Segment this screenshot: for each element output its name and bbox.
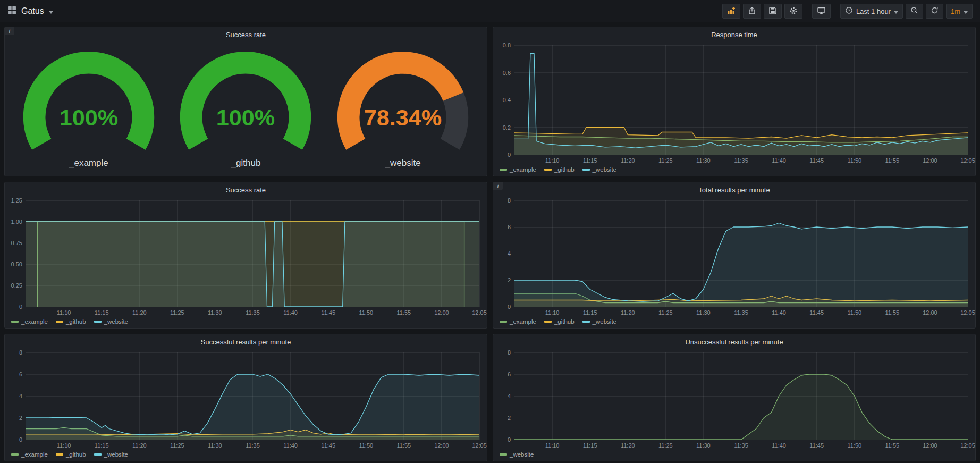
time-series-chart[interactable]: 00.250.500.751.001.2511:1011:1511:2011:2… — [5, 195, 487, 317]
x-axis-tick-label: 11:30 — [696, 442, 711, 449]
x-axis-tick-label: 11:35 — [734, 157, 748, 164]
legend-item-example[interactable]: _example — [11, 318, 48, 325]
time-range-label: Last 1 hour — [856, 7, 891, 15]
x-axis-tick-label: 12:00 — [923, 309, 937, 316]
chevron-down-icon[interactable] — [49, 6, 53, 16]
legend-marker — [56, 321, 63, 323]
panel-title[interactable]: Successful results per minute — [5, 334, 487, 347]
legend-name: _github — [66, 318, 86, 325]
y-axis-tick-label: 2 — [508, 277, 511, 283]
x-axis-tick-label: 11:25 — [658, 309, 673, 316]
legend: _website — [493, 450, 975, 461]
legend-name: _website — [510, 451, 534, 458]
panel-title[interactable]: Response time — [493, 27, 975, 40]
x-axis-tick-label: 11:40 — [283, 309, 298, 316]
x-axis-tick-label: 11:15 — [583, 157, 597, 164]
refresh-interval-picker[interactable]: 1m — [946, 4, 973, 19]
legend-item-example[interactable]: _example — [11, 451, 48, 458]
legend: _example_github_website — [5, 317, 487, 328]
y-axis-tick-label: 0 — [19, 304, 22, 310]
y-axis-tick-label: 8 — [19, 349, 22, 356]
time-series-chart[interactable]: 0246811:1011:1511:2011:2511:3011:3511:40… — [493, 347, 975, 450]
settings-button[interactable] — [784, 4, 802, 19]
panel-success-rate: Success rate 00.250.500.751.001.2511:101… — [4, 182, 487, 329]
x-axis-tick-label: 11:45 — [809, 309, 824, 316]
gauge-arc: 100% — [178, 47, 314, 158]
zoom-out-icon — [910, 6, 918, 16]
y-axis-tick-label: 4 — [508, 393, 511, 399]
dashboard-grid-icon[interactable] — [7, 6, 16, 17]
gauge-value: 78.34% — [364, 105, 442, 130]
panel-info-icon[interactable]: i — [493, 182, 503, 190]
legend-item-website[interactable]: _website — [94, 318, 128, 325]
legend-item-github[interactable]: _github — [56, 318, 86, 325]
panel-info-icon[interactable]: i — [5, 27, 14, 35]
chevron-down-icon — [894, 7, 898, 15]
series-area-website — [514, 223, 968, 307]
x-axis-tick-label: 11:40 — [283, 442, 298, 449]
x-axis-tick-label: 11:15 — [95, 442, 109, 449]
time-series-chart[interactable]: 0246811:1011:1511:2011:2511:3011:3511:40… — [493, 195, 975, 317]
legend-item-example[interactable]: _example — [500, 166, 536, 173]
panel-title[interactable]: Success rate — [5, 182, 487, 195]
y-axis-tick-label: 1.00 — [11, 218, 22, 225]
share-button[interactable] — [743, 4, 761, 19]
y-axis-tick-label: 2 — [508, 415, 511, 421]
panel-title[interactable]: Success rate — [5, 27, 487, 40]
y-axis-tick-label: 4 — [19, 393, 22, 399]
x-axis-tick-label: 11:30 — [208, 309, 222, 316]
y-axis-tick-label: 2 — [19, 415, 22, 421]
legend-name: _example — [21, 451, 48, 458]
x-axis-tick-label: 11:10 — [545, 309, 560, 316]
save-button[interactable] — [764, 4, 782, 19]
legend-name: _example — [510, 318, 536, 325]
y-axis-tick-label: 0.4 — [503, 97, 511, 103]
x-axis-tick-label: 11:50 — [359, 442, 373, 449]
legend-item-github[interactable]: _github — [544, 318, 575, 325]
zoom-out-button[interactable] — [906, 4, 923, 19]
x-axis-tick-label: 11:15 — [583, 309, 597, 316]
time-series-chart[interactable]: 00.20.40.60.811:1011:1511:2011:2511:3011… — [493, 40, 975, 165]
x-axis-tick-label: 11:20 — [132, 309, 147, 316]
legend-item-website[interactable]: _website — [94, 451, 128, 458]
panel-title[interactable]: Unsuccessful results per minute — [493, 334, 975, 347]
legend-name: _website — [104, 451, 128, 458]
y-axis-tick-label: 6 — [19, 371, 22, 377]
y-axis-tick-label: 0 — [19, 436, 22, 443]
y-axis-tick-label: 0.75 — [11, 240, 22, 246]
x-axis-tick-label: 12:05 — [472, 442, 487, 449]
x-axis-tick-label: 11:45 — [809, 442, 824, 449]
x-axis-tick-label: 11:20 — [621, 309, 635, 316]
refresh-button[interactable] — [926, 4, 943, 19]
x-axis-tick-label: 11:55 — [396, 309, 411, 316]
legend-item-github[interactable]: _github — [544, 166, 575, 173]
legend-item-website[interactable]: _website — [500, 451, 534, 458]
legend-item-website[interactable]: _website — [582, 318, 616, 325]
x-axis-tick-label: 12:00 — [434, 309, 449, 316]
y-axis-tick-label: 6 — [508, 224, 511, 230]
panel-title[interactable]: Total results per minute — [493, 182, 975, 195]
x-axis-tick-label: 11:20 — [132, 442, 147, 449]
tv-mode-button[interactable] — [812, 4, 831, 19]
dashboard-title[interactable]: Gatus — [21, 6, 44, 16]
panel-unsuccessful-results: Unsuccessful results per minute 0246811:… — [493, 334, 976, 461]
panel-successful-results: Successful results per minute 0246811:10… — [4, 334, 487, 461]
legend: _example_github_website — [493, 317, 975, 328]
x-axis-tick-label: 12:00 — [923, 157, 937, 164]
legend: _example_github_website — [493, 165, 975, 176]
time-series-chart[interactable]: 0246811:1011:1511:2011:2511:3011:3511:40… — [5, 347, 487, 450]
navbar: Gatus — [0, 0, 980, 22]
time-range-picker[interactable]: Last 1 hour — [840, 4, 903, 19]
legend-item-github[interactable]: _github — [56, 451, 86, 458]
add-panel-button[interactable] — [722, 4, 740, 19]
legend-item-example[interactable]: _example — [500, 318, 536, 325]
x-axis-tick-label: 11:40 — [772, 309, 786, 316]
gauge-value-arc — [349, 63, 453, 145]
legend-item-website[interactable]: _website — [582, 166, 616, 173]
x-axis-tick-label: 11:55 — [885, 309, 899, 316]
y-axis-tick-label: 8 — [508, 349, 511, 356]
legend-name: _website — [104, 318, 128, 325]
x-axis-tick-label: 11:35 — [246, 442, 260, 449]
x-axis-tick-label: 12:05 — [960, 309, 975, 316]
legend-name: _website — [593, 166, 616, 173]
